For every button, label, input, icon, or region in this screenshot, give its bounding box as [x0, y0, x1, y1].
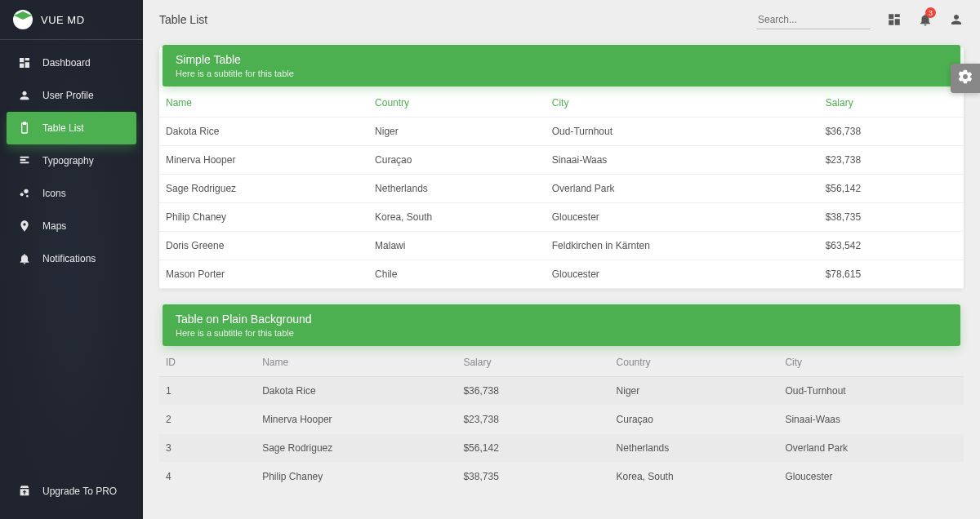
- table-cell: Philip Chaney: [256, 463, 457, 491]
- sidebar-item-notifications[interactable]: Notifications: [7, 242, 136, 275]
- table-cell: Gloucester: [778, 463, 964, 491]
- table-cell: Sage Rodriguez: [256, 434, 457, 463]
- table-cell: Mason Porter: [159, 260, 368, 289]
- nav: Dashboard User Profile Table List Typogr…: [0, 40, 143, 282]
- table-cell: Overland Park: [546, 175, 819, 203]
- sidebar-item-icons[interactable]: Icons: [7, 177, 136, 210]
- table-row: 3Sage Rodriguez$56,142NetherlandsOverlan…: [159, 434, 964, 463]
- card-simple-table: Simple Table Here is a subtitle for this…: [159, 47, 964, 289]
- table-cell: Overland Park: [778, 434, 964, 463]
- gear-icon: [957, 69, 973, 88]
- table-cell: $56,142: [819, 175, 964, 203]
- col-name: Name: [256, 348, 457, 377]
- card-title: Simple Table: [176, 53, 947, 66]
- table-row: Mason PorterChileGloucester$78,615: [159, 260, 964, 289]
- sidebar: VUE MD Dashboard User Profile Table List…: [0, 0, 143, 519]
- dashboard-icon[interactable]: [887, 12, 902, 27]
- sidebar-item-upgrade[interactable]: Upgrade To PRO: [7, 475, 136, 508]
- content: Simple Table Here is a subtitle for this…: [143, 39, 980, 519]
- table-row: 2Minerva Hooper$23,738CuraçaoSinaai-Waas: [159, 406, 964, 434]
- sidebar-item-label: Maps: [42, 220, 66, 232]
- card-header: Table on Plain Background Here is a subt…: [163, 304, 960, 346]
- col-name: Name: [159, 89, 368, 118]
- table-cell: 3: [159, 434, 256, 463]
- table-cell: Korea, South: [368, 203, 546, 232]
- table-cell: $38,735: [457, 463, 609, 491]
- sidebar-item-dashboard[interactable]: Dashboard: [7, 47, 136, 79]
- table-head: Name Country City Salary: [159, 89, 964, 118]
- table-cell: $36,738: [819, 118, 964, 146]
- col-city: City: [778, 348, 964, 377]
- table-cell: Sinaai-Waas: [778, 406, 964, 434]
- table-cell: Dakota Rice: [256, 377, 457, 406]
- location-icon: [18, 220, 31, 233]
- bell-icon: [18, 252, 31, 265]
- table-cell: Oud-Turnhout: [778, 377, 964, 406]
- svg-point-1: [24, 189, 28, 193]
- sidebar-item-maps[interactable]: Maps: [7, 210, 136, 242]
- table-row: Sage RodriguezNetherlandsOverland Park$5…: [159, 175, 964, 203]
- card-title: Table on Plain Background: [176, 313, 947, 326]
- clipboard-icon: [18, 122, 31, 135]
- sidebar-item-label: Dashboard: [42, 57, 91, 69]
- sidebar-item-label: Table List: [42, 122, 84, 134]
- table-row: 1Dakota Rice$36,738NigerOud-Turnhout: [159, 377, 964, 406]
- table-cell: $23,738: [457, 406, 609, 434]
- table-cell: Minerva Hooper: [256, 406, 457, 434]
- brand[interactable]: VUE MD: [0, 0, 143, 40]
- sidebar-item-table-list[interactable]: Table List: [7, 112, 136, 144]
- sidebar-item-typography[interactable]: Typography: [7, 144, 136, 177]
- table-cell: 2: [159, 406, 256, 434]
- table-cell: Niger: [368, 118, 546, 146]
- table-cell: $78,615: [819, 260, 964, 289]
- table-cell: Sinaai-Waas: [546, 146, 819, 175]
- table-cell: 4: [159, 463, 256, 491]
- table-cell: Gloucester: [546, 260, 819, 289]
- col-salary: Salary: [457, 348, 609, 377]
- table-cell: Chile: [368, 260, 546, 289]
- notifications-icon[interactable]: 3: [918, 12, 933, 27]
- card-plain-table: Table on Plain Background Here is a subt…: [159, 307, 964, 491]
- table-cell: Oud-Turnhout: [546, 118, 819, 146]
- col-country: Country: [368, 89, 546, 118]
- table-cell: Malawi: [368, 232, 546, 260]
- table-cell: Minerva Hooper: [159, 146, 368, 175]
- sidebar-item-label: Notifications: [42, 253, 96, 264]
- plain-table: ID Name Salary Country City 1Dakota Rice…: [159, 348, 964, 491]
- person-icon[interactable]: [949, 12, 964, 27]
- svg-point-0: [20, 193, 24, 196]
- brand-name: VUE MD: [41, 14, 85, 26]
- topbar: Table List 3: [143, 0, 980, 39]
- notification-badge: 3: [925, 7, 936, 18]
- col-city: City: [546, 89, 819, 118]
- topbar-right: 3: [756, 11, 964, 29]
- table-cell: Korea, South: [610, 463, 779, 491]
- sidebar-item-label: Typography: [42, 155, 94, 166]
- card-subtitle: Here is a subtitle for this table: [176, 69, 947, 78]
- bubble-chart-icon: [18, 187, 31, 200]
- table-row: Dakota RiceNigerOud-Turnhout$36,738: [159, 118, 964, 146]
- table-cell: $36,738: [457, 377, 609, 406]
- table-cell: Netherlands: [610, 434, 779, 463]
- table-cell: Gloucester: [546, 203, 819, 232]
- table-cell: Sage Rodriguez: [159, 175, 368, 203]
- card-subtitle: Here is a subtitle for this table: [176, 328, 947, 338]
- sidebar-footer: Upgrade To PRO: [7, 475, 136, 508]
- sidebar-item-user-profile[interactable]: User Profile: [7, 79, 136, 112]
- table-cell: Doris Greene: [159, 232, 368, 260]
- sidebar-item-label: Upgrade To PRO: [42, 486, 117, 497]
- settings-fab[interactable]: [951, 64, 980, 93]
- table-cell: Feldkirchen in Kärnten: [546, 232, 819, 260]
- search-input[interactable]: [756, 11, 871, 29]
- table-cell: Curaçao: [368, 146, 546, 175]
- table-cell: $23,738: [819, 146, 964, 175]
- table-cell: Netherlands: [368, 175, 546, 203]
- library-icon: [18, 154, 31, 167]
- card-header: Simple Table Here is a subtitle for this…: [163, 45, 960, 86]
- table-head: ID Name Salary Country City: [159, 348, 964, 377]
- table-cell: $63,542: [819, 232, 964, 260]
- col-salary: Salary: [819, 89, 964, 118]
- table-cell: Dakota Rice: [159, 118, 368, 146]
- unarchive-icon: [18, 485, 31, 498]
- person-icon: [18, 89, 31, 102]
